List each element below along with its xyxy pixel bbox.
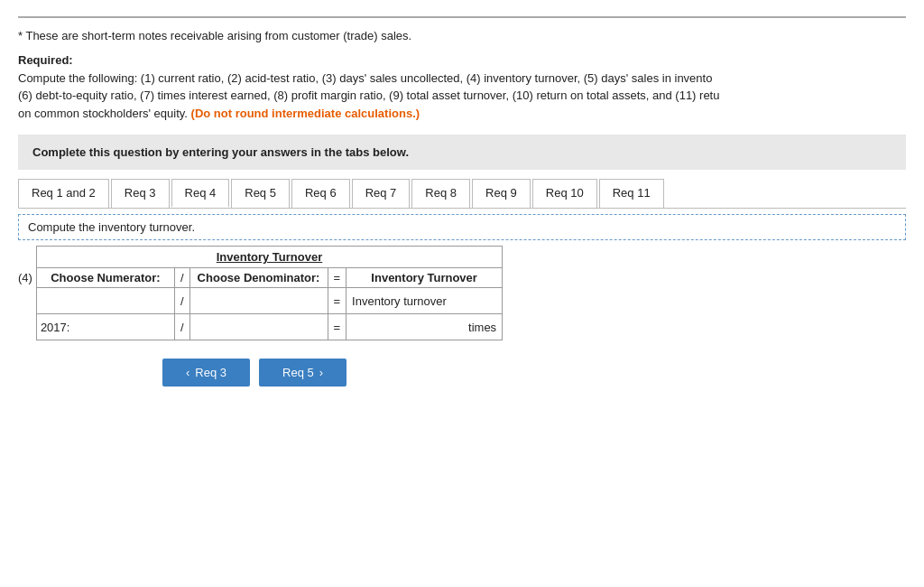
times-label: times [468, 321, 496, 334]
required-section: Required: Compute the following: (1) cur… [18, 51, 906, 122]
prev-chevron-icon: ‹ [186, 366, 189, 379]
section-number: (4) [18, 246, 36, 284]
slash-row2: / [174, 314, 189, 340]
nav-buttons: ‹ Req 3 Req 5 › [162, 359, 906, 387]
denominator-input-cell-2017[interactable] [189, 314, 328, 340]
inventory-turnover-table: Inventory Turnover Choose Numerator: / C… [36, 246, 503, 340]
tab-req-10[interactable]: Req 10 [532, 179, 597, 208]
equals-row1: = [328, 288, 346, 314]
tab-req-4[interactable]: Req 4 [171, 179, 230, 208]
numerator-col-header: Choose Numerator: [36, 268, 174, 288]
numerator-input-2017[interactable] [73, 317, 163, 337]
note-text: * These are short-term notes receivable … [18, 29, 906, 42]
table-wrapper: Inventory Turnover Choose Numerator: / C… [36, 246, 503, 340]
denominator-input-top[interactable] [196, 291, 322, 311]
instruction-bar: Compute the inventory turnover. [18, 214, 906, 240]
tab-req-8[interactable]: Req 8 [411, 179, 470, 208]
numerator-input-cell-2017[interactable]: 2017: [36, 314, 174, 340]
next-chevron-icon: › [319, 366, 323, 379]
tab-req-6[interactable]: Req 6 [291, 179, 350, 208]
required-label: Required: [18, 53, 73, 67]
tab-req-3[interactable]: Req 3 [111, 179, 170, 208]
result-value-cell-2017: times [346, 314, 503, 340]
tab-req-7[interactable]: Req 7 [352, 179, 411, 208]
slash-header: / [174, 268, 189, 288]
equals-header: = [328, 268, 346, 288]
result-label-cell: Inventory turnover [346, 288, 503, 314]
result-col-header: Inventory Turnover [346, 268, 503, 288]
prev-button[interactable]: ‹ Req 3 [162, 359, 250, 387]
page-container: * These are short-term notes receivable … [0, 0, 924, 587]
row-result-label: / = Inventory turnover [36, 288, 502, 314]
numerator-input-top[interactable] [42, 291, 169, 311]
tab-req-11[interactable]: Req 11 [599, 179, 664, 208]
tab-req-1-2[interactable]: Req 1 and 2 [18, 179, 109, 208]
table-main-header: Inventory Turnover [36, 247, 502, 268]
tabs-row: Req 1 and 2 Req 3 Req 4 Req 5 Req 6 Req … [18, 179, 906, 209]
tab-req-5[interactable]: Req 5 [231, 179, 290, 208]
inventory-turnover-section: (4) Inventory Turnover Choose Numerator:… [18, 246, 906, 340]
row-2017: 2017: / = times [36, 314, 502, 340]
denominator-input-2017[interactable] [196, 317, 322, 337]
do-not-round-text: (Do not round intermediate calculations.… [191, 107, 420, 120]
denominator-input-cell-top[interactable] [189, 288, 328, 314]
numerator-input-cell-top[interactable] [36, 288, 174, 314]
complete-banner: Complete this question by entering your … [18, 135, 906, 170]
tab-req-9[interactable]: Req 9 [472, 179, 531, 208]
denominator-col-header: Choose Denominator: [189, 268, 328, 288]
next-button[interactable]: Req 5 › [259, 359, 346, 387]
year-2017-label: 2017: [37, 321, 74, 334]
slash-row1: / [174, 288, 189, 314]
top-divider [18, 16, 906, 18]
required-body: Compute the following: (1) current ratio… [18, 71, 719, 120]
equals-row2: = [328, 314, 346, 340]
